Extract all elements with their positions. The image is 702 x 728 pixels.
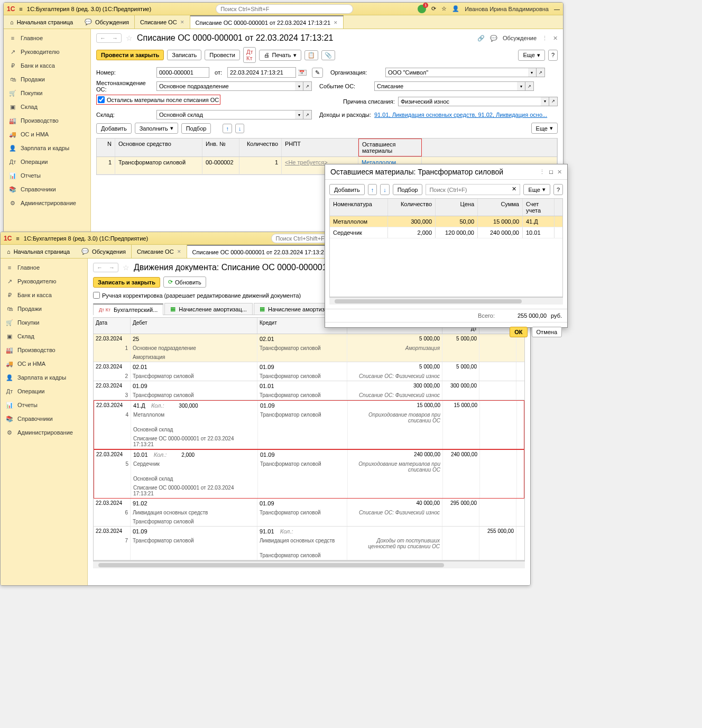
- horizontal-scrollbar[interactable]: [329, 297, 563, 305]
- move-down-button[interactable]: ↓: [235, 124, 245, 133]
- horizontal-scrollbar[interactable]: [93, 561, 525, 568]
- close-document[interactable]: ✕: [553, 35, 558, 42]
- sidebar-item[interactable]: 📊Отчеты: [1, 398, 87, 412]
- move-up-button[interactable]: ↑: [223, 124, 232, 133]
- attach-button[interactable]: 📎: [321, 50, 335, 60]
- ok-button[interactable]: ОК: [510, 327, 527, 337]
- forward-button[interactable]: →: [109, 34, 121, 42]
- warehouse-field[interactable]: [156, 110, 295, 119]
- dropdown-icon[interactable]: ▾: [517, 81, 525, 91]
- sidebar-item[interactable]: ⚙Администрирование: [4, 196, 90, 210]
- sidebar-item[interactable]: 🛒Покупки: [1, 316, 87, 329]
- add-row-button[interactable]: Добавить: [96, 123, 132, 134]
- open-icon[interactable]: ↗: [525, 81, 534, 91]
- movement-entry[interactable]: 22.03.2024 01.09 01.01 300 000,00 300 00…: [94, 381, 524, 400]
- user-name[interactable]: Иванова Ирина Владимировна: [465, 6, 549, 12]
- movement-entry[interactable]: 22.03.2024 01.09 91.01 Кол.: 255 000,00 …: [94, 527, 524, 560]
- dropdown-icon[interactable]: ▾: [295, 110, 303, 119]
- forward-button[interactable]: →: [106, 263, 118, 272]
- movement-entry[interactable]: 22.03.2024 91.02 01.09 40 000,00 295 000…: [94, 499, 524, 527]
- sidebar-item[interactable]: ▣Склад: [4, 100, 90, 114]
- favorite-icon[interactable]: ☆: [123, 263, 130, 272]
- start-page-tab[interactable]: ⌂Начальная страница: [1, 248, 76, 255]
- add-button[interactable]: Добавить: [329, 184, 365, 195]
- hamburger-icon[interactable]: ≡: [16, 235, 19, 242]
- start-page-tab[interactable]: ⌂Начальная страница: [4, 19, 79, 25]
- print-button[interactable]: 🖨 Печать ▾: [259, 50, 301, 61]
- move-down-button[interactable]: ↓: [380, 184, 390, 195]
- sidebar-item[interactable]: 📚Справочники: [4, 182, 90, 196]
- pen-icon[interactable]: ✎: [312, 68, 323, 78]
- dropdown-icon[interactable]: ▾: [295, 81, 303, 91]
- date-field[interactable]: [227, 67, 296, 78]
- income-link[interactable]: 91.01, Ликвидация основных средств, 91.0…: [374, 112, 547, 118]
- tab-discussions[interactable]: 💬Обсуждения: [76, 245, 132, 258]
- number-field[interactable]: [156, 67, 209, 78]
- tab-amort1[interactable]: ▦Начисление амортизац...: [164, 303, 253, 315]
- tab-accounting[interactable]: Дт КтБухгалтерский...: [93, 303, 163, 315]
- calendar-icon[interactable]: 📅: [298, 70, 307, 76]
- movement-entry[interactable]: 22.03.2024 10.01 Кол.: 2,000 01.09 240 0…: [94, 449, 524, 499]
- location-field[interactable]: [156, 81, 295, 91]
- materials-checkbox[interactable]: [98, 96, 105, 103]
- sidebar-item[interactable]: 🛒Покупки: [4, 86, 90, 100]
- close-icon[interactable]: ✕: [177, 249, 181, 254]
- back-button[interactable]: ←: [97, 34, 109, 42]
- close-popup[interactable]: ✕: [557, 169, 562, 176]
- sidebar-item[interactable]: 🏭Производство: [4, 114, 90, 127]
- dt-kt-button[interactable]: ДтКт: [243, 47, 256, 63]
- sidebar-item[interactable]: ↗Руководителю: [1, 274, 87, 288]
- more-icon[interactable]: ⋮: [539, 169, 545, 176]
- reason-field[interactable]: [398, 97, 541, 106]
- fill-button[interactable]: Заполнить ▾: [135, 123, 178, 134]
- manual-edit-checkbox[interactable]: [93, 292, 100, 299]
- global-search[interactable]: [216, 4, 353, 14]
- table-row[interactable]: Сердечник 2,000 120 000,00 240 000,00 10…: [330, 227, 562, 238]
- open-icon[interactable]: ↗: [537, 68, 545, 77]
- post-button[interactable]: Провести: [205, 50, 240, 60]
- sidebar-item[interactable]: 👤Зарплата и кадры: [1, 371, 87, 384]
- sidebar-item[interactable]: ₽Банк и касса: [4, 59, 90, 72]
- event-field[interactable]: [374, 81, 517, 91]
- popup-search[interactable]: [429, 186, 512, 193]
- sidebar-item[interactable]: ≡Главное: [4, 31, 90, 45]
- select-button[interactable]: Подбор: [181, 123, 211, 134]
- favorite-icon[interactable]: ☆: [126, 34, 133, 42]
- open-icon[interactable]: ↗: [303, 81, 312, 91]
- sidebar-item[interactable]: ▣Склад: [1, 329, 87, 343]
- tab-disposal-doc[interactable]: Списание ОС 0000-000001 от 22.03.2024 17…: [187, 245, 340, 258]
- move-up-button[interactable]: ↑: [368, 184, 377, 195]
- help-button[interactable]: ?: [548, 50, 558, 61]
- sidebar-item[interactable]: 🚚ОС и НМА: [4, 127, 90, 141]
- sidebar-item[interactable]: ⚙Администрирование: [1, 426, 87, 439]
- sidebar-item[interactable]: ≡Главное: [1, 261, 87, 274]
- movement-entry[interactable]: 22.03.2024 41.Д Кол.: 300,000 01.09 15 0…: [94, 400, 524, 449]
- refresh-button[interactable]: ⟳ Обновить: [163, 277, 206, 288]
- movement-entry[interactable]: 22.03.2024 02.01 01.09 5 000,00 5 000,00…: [94, 362, 524, 381]
- notifications-icon[interactable]: 1: [418, 5, 426, 13]
- close-icon[interactable]: ✕: [334, 20, 338, 25]
- star-icon[interactable]: ☆: [441, 5, 447, 12]
- history-icon[interactable]: ⟳: [431, 5, 436, 12]
- save-close-button[interactable]: Записать и закрыть: [93, 277, 160, 288]
- sidebar-item[interactable]: ДтОперации: [1, 384, 87, 398]
- open-icon[interactable]: ↗: [549, 97, 558, 106]
- more-button[interactable]: Еще ▾: [531, 123, 558, 134]
- dropdown-icon[interactable]: ▾: [528, 68, 537, 77]
- more-button[interactable]: Еще ▾: [523, 184, 550, 195]
- hamburger-icon[interactable]: ≡: [19, 6, 22, 12]
- discuss-link[interactable]: Обсуждение: [503, 35, 537, 41]
- sidebar-item[interactable]: ДтОперации: [4, 155, 90, 169]
- sidebar-item[interactable]: 🏭Производство: [1, 343, 87, 357]
- tab-discussions[interactable]: 💬Обсуждения: [79, 15, 135, 29]
- sidebar-item[interactable]: ₽Банк и касса: [1, 288, 87, 302]
- table-row[interactable]: Металлолом 300,000 50,00 15 000,00 41.Д: [330, 216, 562, 227]
- more-button[interactable]: Еще ▾: [518, 50, 544, 61]
- select-button[interactable]: Подбор: [393, 184, 423, 195]
- post-close-button[interactable]: Провести и закрыть: [96, 50, 164, 60]
- clear-icon[interactable]: ✕: [512, 186, 516, 193]
- tab-disposal-doc[interactable]: Списание ОС 0000-000001 от 22.03.2024 17…: [190, 15, 344, 29]
- materials-checkbox-row[interactable]: Остались материалы после списания ОС: [96, 95, 220, 105]
- sidebar-item[interactable]: 📚Справочники: [1, 412, 87, 426]
- back-button[interactable]: ←: [94, 263, 106, 272]
